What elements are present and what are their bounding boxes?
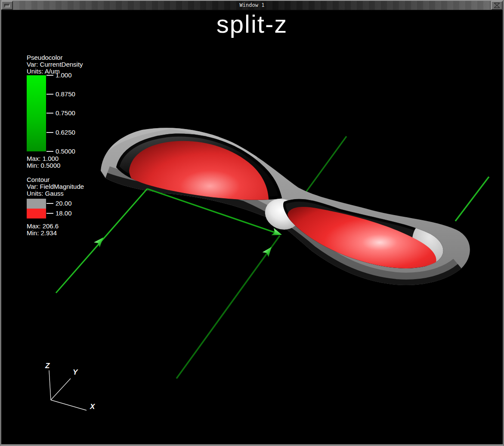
window-titlebar[interactable]: Window 1 — [1, 0, 503, 11]
colorbar-tick — [46, 113, 53, 114]
window-menu-icon — [4, 4, 10, 7]
legend-var: Var: CurrentDensity — [27, 61, 83, 68]
legend-units: Units: Gauss — [27, 190, 64, 197]
colorbar-tick-label: 0.6250 — [56, 129, 75, 136]
legend-max: Max: 1.000 — [27, 155, 59, 162]
legend-min: Min: 0.5000 — [27, 162, 60, 169]
contour-level-label: 20.00 — [56, 200, 72, 207]
colorbar-tick — [46, 151, 53, 152]
colorbar-tick-label: 0.5000 — [56, 148, 75, 155]
window-close-icon — [493, 2, 501, 9]
colorbar-tick — [46, 75, 53, 76]
axis-triad — [49, 370, 87, 410]
app-window: Window 1 — [0, 0, 504, 446]
window-title: Window 1 — [13, 1, 491, 10]
legend-plot-type: Pseudocolor — [27, 54, 62, 61]
colorbar-tick-label: 0.8750 — [56, 91, 75, 98]
contour-swatch-red — [27, 209, 46, 218]
contour-level-label: 18.00 — [56, 210, 72, 217]
legend-min: Min: 2.934 — [27, 230, 57, 237]
colorbar — [27, 75, 46, 151]
3d-scene — [1, 11, 503, 444]
tool-line-front[interactable] — [56, 189, 283, 378]
window-menu-button[interactable] — [1, 1, 13, 10]
colorbar-tick — [46, 132, 53, 133]
arrow-cone — [271, 228, 283, 238]
legend-max: Max: 206.6 — [27, 223, 59, 230]
colorbar-tick-label: 0.7500 — [56, 110, 75, 117]
legend-units: Units: A/um — [27, 68, 60, 75]
contour-tick — [46, 213, 53, 214]
colorbar-tick-label: 1.000 — [56, 72, 72, 79]
render-viewport[interactable]: split-z Pseudocolor Var: CurrentDensity … — [1, 11, 503, 444]
axis-label-y: Y — [73, 368, 77, 377]
axis-label-x: X — [90, 403, 95, 411]
colorbar-tick — [46, 94, 53, 95]
axis-label-z: Z — [45, 362, 49, 370]
contour-swatch-gray — [27, 199, 46, 209]
legend-plot-type: Contour — [27, 176, 49, 183]
window-close-button[interactable] — [491, 1, 503, 10]
contour-tick — [46, 203, 53, 204]
legend-var: Var: FieldMagnitude — [27, 183, 84, 190]
plot-title: split-z — [1, 11, 503, 37]
